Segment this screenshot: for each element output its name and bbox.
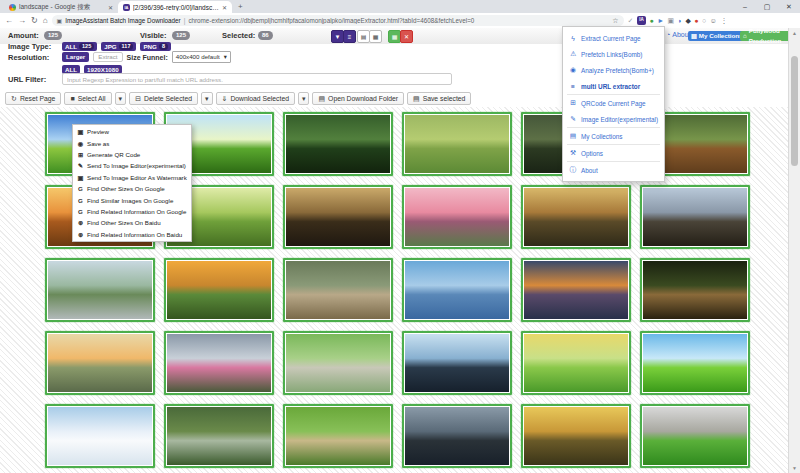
image-thumbnail[interactable] [402, 185, 512, 249]
select-all-caret-button[interactable]: ▾ [115, 92, 127, 105]
image-thumbnail[interactable] [521, 331, 631, 395]
browser-tab[interactable]: landscape - Google 搜索✕ [4, 1, 118, 13]
size-funnel-select[interactable]: 400x400 default ▾ [172, 51, 231, 63]
image-thumbnail[interactable] [640, 185, 750, 249]
extension-menu-item[interactable]: ⊞QRCode Current Page [563, 95, 664, 111]
google-icon: G [77, 197, 84, 204]
context-menu-item[interactable]: GFind Similar Images On Google [73, 194, 191, 205]
scrollbar[interactable]: ▲ ▼ [788, 28, 800, 473]
scroll-down-icon[interactable]: ▼ [789, 463, 800, 473]
context-menu-item[interactable]: ▣Preview [73, 126, 191, 137]
image-thumbnail[interactable] [521, 404, 631, 468]
image-thumbnail[interactable] [283, 331, 393, 395]
image-type-badge-jpg[interactable]: JPG117 [101, 42, 136, 51]
save-selected-button[interactable]: ▤Save selected [407, 92, 471, 105]
image-thumbnail[interactable] [164, 331, 274, 395]
context-menu-item[interactable]: GFind Other Sizes On Google [73, 183, 191, 194]
green-dot-icon[interactable]: ● [649, 17, 653, 24]
image-thumbnail[interactable] [283, 404, 393, 468]
tab-close-icon[interactable]: ✕ [222, 4, 227, 11]
delete-caret-button[interactable]: ▾ [201, 92, 213, 105]
reload-icon[interactable]: ↻ [31, 17, 38, 25]
picture-icon[interactable]: ▣ [668, 17, 675, 24]
download-selected-button[interactable]: ⇓Download Selected [216, 92, 295, 105]
url-filter-input[interactable] [62, 73, 452, 85]
scroll-up-icon[interactable]: ▲ [789, 28, 800, 38]
image-thumbnail[interactable] [164, 258, 274, 322]
ghost-icon[interactable]: ○ [702, 17, 706, 24]
context-menu-item[interactable]: ⊞Generate QR Code [73, 149, 191, 160]
image-thumbnail[interactable] [640, 404, 750, 468]
image-context-menu: ▣Preview◉Save as⊞Generate QR Code✎Send T… [72, 124, 192, 242]
grid-view-button[interactable]: ▦ [369, 30, 382, 43]
my-collections-button[interactable]: ▤My Collections [688, 31, 746, 41]
tab-close-icon[interactable]: ✕ [108, 4, 113, 11]
bird-icon[interactable]: ◗ [678, 17, 682, 24]
image-thumbnail[interactable] [164, 404, 274, 468]
extension-menu-item[interactable]: ◉Analyze Prefetch(Bomb+) [563, 62, 664, 78]
context-menu-item[interactable]: ◉Save as [73, 137, 191, 148]
close-panel-button[interactable]: ✕ [400, 30, 413, 43]
image-thumbnail[interactable] [402, 258, 512, 322]
image-thumbnail[interactable] [640, 331, 750, 395]
browser-tab[interactable]: IA[2/396/396-retry:0/0]/landsc…✕ [118, 1, 232, 13]
context-menu-item[interactable]: ⊛Find Related Information On Baidu [73, 229, 191, 240]
menu-item-label: Find Similar Images On Google [87, 197, 173, 204]
scrollbar-thumb[interactable] [791, 56, 798, 166]
extension-menu-item[interactable]: ⚒Options [563, 145, 664, 161]
image-thumbnail[interactable] [521, 258, 631, 322]
menu-item-label: My Collections [581, 133, 623, 140]
open-download-folder-button[interactable]: ▤Open Download Folder [312, 92, 404, 105]
forward-icon[interactable]: → [18, 17, 26, 25]
delete-selected-button[interactable]: ⊟Delete Selected [129, 92, 198, 105]
extract-button[interactable]: Extract [93, 52, 122, 62]
image-thumbnail[interactable] [640, 258, 750, 322]
back-icon[interactable]: ← [5, 17, 13, 25]
adblock-icon[interactable]: ● [694, 17, 698, 24]
larger-button[interactable]: Larger [62, 52, 89, 62]
select-all-button[interactable]: ■Select All [64, 92, 111, 105]
profile-icon[interactable]: ☺ [710, 17, 717, 24]
context-menu-item[interactable]: ▣Send To Image Editor As Watermark [73, 172, 191, 183]
imageassistant-icon[interactable]: IA [637, 16, 646, 25]
about-link[interactable]: ◔About [666, 31, 691, 38]
context-menu-item[interactable]: ⊛Find Other Sizes On Baidu [73, 217, 191, 228]
image-thumbnail[interactable] [283, 185, 393, 249]
image-thumbnail[interactable] [402, 404, 512, 468]
type-label: JPG [104, 43, 116, 50]
menu-dots-icon[interactable]: ⋮ [720, 17, 727, 24]
image-thumbnail[interactable] [45, 404, 155, 468]
extension-menu-item[interactable]: ⚠Prefetch Links(Bomb) [563, 46, 664, 62]
maximize-button[interactable]: ▢ [756, 0, 778, 13]
context-menu-item[interactable]: ✎Send To Image Editor(experimental) [73, 160, 191, 171]
reset-page-button[interactable]: ↻Reset Page [5, 92, 61, 105]
image-thumbnail[interactable] [45, 331, 155, 395]
minimize-button[interactable]: – [734, 0, 756, 13]
menu-item-label: Find Other Sizes On Google [87, 185, 165, 192]
image-thumbnail[interactable] [283, 112, 393, 176]
context-menu-item[interactable]: GFind Related Information On Google [73, 206, 191, 217]
extension-menu-item[interactable]: ≡multi URL extractor [563, 78, 664, 94]
extension-menu-item[interactable]: ϟExtract Current Page [563, 30, 664, 46]
new-tab-button[interactable]: + [238, 2, 243, 11]
extension-menu-item[interactable]: ▤My Collections [563, 128, 664, 144]
thumbnail-photo-lake-sunset-trees [286, 188, 390, 246]
bookmark-star-icon[interactable]: ☆ [612, 17, 618, 25]
done-check-icon[interactable]: ✓ [628, 17, 634, 24]
extension-menu-item[interactable]: ⓘAbout [563, 162, 664, 178]
image-thumbnail[interactable] [402, 331, 512, 395]
image-thumbnail[interactable] [45, 258, 155, 322]
download-caret-button[interactable]: ▾ [298, 92, 310, 105]
share-icon[interactable]: ► [657, 17, 664, 24]
image-thumbnail[interactable] [283, 258, 393, 322]
shield-icon[interactable]: ◆ [685, 17, 690, 24]
image-thumbnail[interactable] [521, 185, 631, 249]
image-thumbnail[interactable] [402, 112, 512, 176]
close-window-button[interactable]: ✕ [778, 0, 800, 13]
home-icon[interactable]: ⌂ [43, 17, 48, 25]
image-type-badge-all[interactable]: ALL125 [62, 42, 97, 51]
extension-menu-item[interactable]: ✎Image Editor(experimental) [563, 111, 664, 127]
image-type-badge-png[interactable]: PNG8 [140, 42, 170, 51]
list-view-button[interactable]: ≡ [343, 30, 356, 43]
omnibox[interactable]: ▣ ImageAssistant Batch Image Downloader … [52, 15, 624, 26]
